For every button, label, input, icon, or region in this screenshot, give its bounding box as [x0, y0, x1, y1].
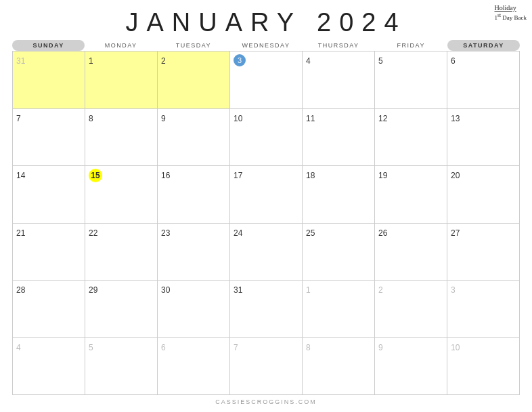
date-number: 31	[16, 56, 25, 66]
day-header-wednesday: WEDNESDAY	[229, 40, 302, 51]
cal-cell[interactable]: 26	[375, 224, 447, 281]
annotation-line2: 1st Day Back	[494, 12, 527, 22]
date-number: 27	[451, 228, 460, 238]
day-header-friday: FRIDAY	[375, 40, 447, 51]
day-header-monday: MONDAY	[85, 40, 157, 51]
date-number: 29	[89, 285, 97, 295]
date-number: 8	[306, 343, 311, 352]
cal-cell[interactable]: 9	[158, 109, 230, 167]
day-header-sunday: SUNDAY	[12, 40, 85, 51]
cal-cell[interactable]: 31	[13, 52, 85, 109]
cal-cell[interactable]: 11	[303, 109, 375, 167]
cal-cell[interactable]: 7	[13, 109, 85, 167]
cal-cell[interactable]: 19	[375, 166, 447, 224]
date-number: 9	[378, 343, 383, 352]
cal-cell[interactable]: 28	[13, 281, 85, 338]
date-number: 13	[451, 114, 460, 123]
cal-cell[interactable]: 7	[230, 338, 303, 396]
date-number: 4	[306, 56, 311, 66]
cal-cell[interactable]: 18	[303, 166, 375, 224]
cal-cell[interactable]: 12	[375, 109, 447, 167]
cal-cell[interactable]: 1	[85, 52, 158, 109]
date-number: 15	[89, 169, 102, 182]
cal-cell[interactable]: 6	[158, 338, 230, 396]
date-number: 30	[161, 285, 170, 295]
cal-cell[interactable]: 27	[447, 224, 520, 281]
day-header-saturday: SATURDAY	[447, 40, 520, 51]
date-number: 26	[378, 228, 387, 238]
date-number: 9	[161, 114, 166, 123]
date-number: 12	[378, 114, 387, 123]
day-header-thursday: THURSDAY	[303, 40, 375, 51]
cal-cell[interactable]: 10	[447, 338, 520, 396]
date-number: 7	[234, 343, 238, 352]
cal-cell[interactable]: 4	[13, 338, 85, 396]
date-number: 31	[234, 285, 242, 295]
cal-cell[interactable]: 21	[13, 224, 85, 281]
cal-cell[interactable]: 23	[158, 224, 230, 281]
date-number: 4	[16, 343, 21, 352]
date-number: 5	[89, 343, 93, 352]
cal-cell[interactable]: 6	[447, 52, 520, 109]
date-number: 10	[451, 343, 460, 352]
date-number: 8	[89, 114, 93, 123]
cal-cell[interactable]: 22	[85, 224, 158, 281]
date-number: 1	[89, 56, 93, 66]
date-number: 3	[234, 54, 246, 66]
holiday-annotation: Holiday 1st Day Back	[494, 3, 527, 22]
calendar-wrapper: JANUARY 2024 Holiday 1st Day Back SUNDAY…	[0, 0, 532, 412]
date-number: 2	[378, 285, 383, 295]
cal-cell[interactable]: 24	[230, 224, 303, 281]
day-header-tuesday: TUESDAY	[157, 40, 229, 51]
cal-cell[interactable]: 30	[158, 281, 230, 338]
cal-cell[interactable]: 13	[447, 109, 520, 167]
day-headers: SUNDAY MONDAY TUESDAY WEDNESDAY THURSDAY…	[12, 40, 520, 51]
calendar-grid: 3112345678910111213141516171819202122232…	[12, 51, 520, 395]
cal-cell[interactable]: 8	[85, 109, 158, 167]
cal-cell[interactable]: 25	[303, 224, 375, 281]
cal-cell[interactable]: 5	[85, 338, 158, 396]
date-number: 2	[161, 56, 166, 66]
date-number: 21	[16, 228, 25, 238]
date-number: 6	[161, 343, 166, 352]
date-number: 1	[306, 285, 311, 295]
date-number: 23	[161, 228, 170, 238]
date-number: 11	[306, 114, 315, 123]
cal-cell[interactable]: 10	[230, 109, 303, 167]
cal-cell[interactable]: 5	[375, 52, 447, 109]
date-number: 5	[378, 56, 383, 66]
cal-cell[interactable]: 31	[230, 281, 303, 338]
date-number: 16	[161, 171, 170, 180]
cal-cell[interactable]: 17	[230, 166, 303, 224]
date-number: 22	[89, 228, 97, 238]
date-number: 19	[378, 171, 387, 180]
date-number: 25	[306, 228, 315, 238]
footer: CASSIESCROGGINS.COM	[12, 395, 520, 407]
date-number: 6	[451, 56, 456, 66]
date-number: 17	[234, 171, 242, 180]
cal-cell[interactable]: 2	[375, 281, 447, 338]
cal-cell[interactable]: 3	[230, 52, 303, 109]
cal-cell[interactable]: 8	[303, 338, 375, 396]
cal-cell[interactable]: 9	[375, 338, 447, 396]
cal-cell[interactable]: 29	[85, 281, 158, 338]
cal-cell[interactable]: 1	[303, 281, 375, 338]
date-number: 14	[16, 171, 25, 180]
date-number: 3	[451, 285, 456, 295]
date-number: 7	[16, 114, 21, 123]
date-number: 28	[16, 285, 25, 295]
cal-cell[interactable]: 16	[158, 166, 230, 224]
cal-cell[interactable]: 14	[13, 166, 85, 224]
date-number: 20	[451, 171, 460, 180]
date-number: 10	[234, 114, 242, 123]
cal-cell[interactable]: 4	[303, 52, 375, 109]
cal-cell[interactable]: 2	[158, 52, 230, 109]
annotation-line1: Holiday	[494, 3, 527, 12]
date-number: 18	[306, 171, 315, 180]
cal-cell[interactable]: 3	[447, 281, 520, 338]
cal-cell[interactable]: 20	[447, 166, 520, 224]
calendar-title: JANUARY 2024	[12, 8, 520, 37]
cal-cell[interactable]: 15	[85, 166, 158, 224]
date-number: 24	[234, 228, 242, 238]
